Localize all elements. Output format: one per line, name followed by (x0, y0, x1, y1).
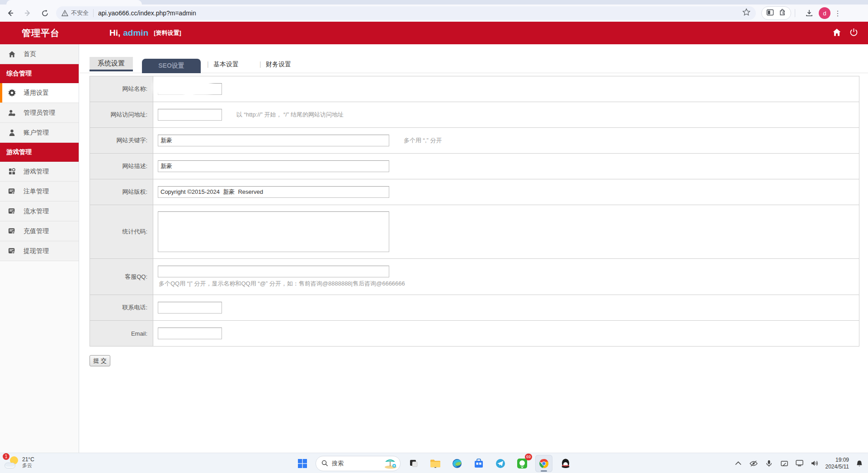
taskbar: 1 21°C 多云 搜索 69 (0, 453, 868, 473)
pen-input-icon[interactable] (779, 460, 789, 467)
sidebar-section-label: 综合管理 (6, 70, 32, 78)
document-icon (0, 228, 24, 234)
form-row-keywords: 网站关键字: 多个用 “,” 分开 (90, 128, 859, 154)
green-messenger-icon[interactable]: 69 (514, 455, 531, 472)
browser-active-tab[interactable] (6, 0, 142, 5)
app-header: 管理平台 Hi,admin [资料设置] (0, 22, 868, 44)
tab-system-settings[interactable]: 系统设置 (90, 57, 133, 71)
clock-date: 2024/5/11 (826, 464, 849, 470)
sidebar-item-home[interactable]: 首页 (0, 44, 79, 64)
field-label: 网站描述: (90, 154, 153, 179)
browser-menu-icon[interactable]: ⋮ (833, 9, 842, 18)
tab-basic-settings[interactable]: 基本设置 (213, 61, 239, 69)
weather-temp: 21°C (22, 457, 34, 463)
extensions-pill (761, 6, 791, 20)
microsoft-store-icon[interactable] (470, 455, 487, 472)
sidebar-item-deposit-management[interactable]: 充值管理 (0, 221, 79, 241)
sidebar-section-game: 游戏管理 (0, 143, 79, 162)
telegram-icon[interactable] (492, 455, 509, 472)
field-hint: 多个用 “,” 分开 (404, 136, 442, 145)
keywords-input[interactable] (158, 135, 389, 146)
tab-finance-settings[interactable]: 财务设置 (266, 61, 291, 69)
volume-icon[interactable] (810, 460, 820, 467)
document-icon (0, 188, 24, 195)
sidebar-item-general-settings[interactable]: 通用设置 (0, 83, 79, 103)
hidden-icons-chevron[interactable] (733, 461, 743, 465)
browser-tabstrip (0, 0, 868, 5)
phone-input[interactable] (158, 302, 222, 314)
field-label: 网站关键字: (90, 128, 153, 153)
extensions-icon[interactable] (778, 9, 786, 18)
profile-avatar[interactable]: d (819, 7, 830, 19)
sidebar-item-turnover-management[interactable]: 流水管理 (0, 201, 79, 221)
site-security-chip[interactable]: 不安全 (61, 9, 94, 17)
weather-widget[interactable]: 1 21°C 多云 (5, 455, 34, 470)
sidebar-item-label: 账户管理 (24, 129, 49, 137)
sidebar-item-label: 管理员管理 (24, 109, 55, 117)
address-bar[interactable]: 不安全 api.yao666.cc/index.php?m=admin (56, 6, 756, 20)
tab-seo-settings[interactable]: SEO设置 (142, 59, 201, 73)
sidebar-item-label: 注单管理 (24, 187, 49, 196)
form-row-copyright: 网站版权: (90, 179, 859, 205)
notification-bell-icon[interactable] (854, 460, 864, 467)
weather-icon: 1 (5, 455, 19, 470)
sidebar-item-withdrawal-management[interactable]: 提现管理 (0, 241, 79, 261)
description-input[interactable] (158, 160, 389, 172)
settings-tabs: 系统设置 SEO设置 | 基本设置 | 财务设置 (80, 57, 868, 73)
sidebar-item-bet-orders[interactable]: 注单管理 (0, 182, 79, 201)
form-row-email: Email: (90, 321, 859, 347)
form-row-site-url: 网站访问地址: 以 “http://” 开始， “/” 结尾的网站访问地址 (90, 102, 859, 128)
field-label: 网站访问地址: (90, 102, 153, 127)
task-view-button[interactable] (405, 455, 422, 472)
file-explorer-icon[interactable] (427, 455, 444, 472)
sidebar: 首页 综合管理 通用设置 管理员管理 账户管理 游戏管理 游戏管理 注单管理 流… (0, 44, 79, 453)
email-input[interactable] (158, 328, 222, 339)
edge-browser-icon[interactable] (448, 455, 466, 472)
security-label: 不安全 (71, 9, 89, 17)
form-row-description: 网站描述: (90, 154, 859, 179)
bookmark-star-icon[interactable] (742, 8, 750, 18)
start-button[interactable] (294, 455, 311, 472)
home-icon[interactable] (832, 28, 841, 38)
settings-form: 网站名称: 网站访问地址: 以 “http://” 开始， “/” 结尾的网站访… (90, 76, 859, 347)
cast-display-icon[interactable] (795, 460, 805, 467)
logout-power-icon[interactable] (849, 28, 858, 38)
sidebar-item-label: 游戏管理 (24, 168, 49, 176)
browser-toolbar: 不安全 api.yao666.cc/index.php?m=admin d ⋮ (0, 5, 868, 22)
submit-button[interactable]: 提 交 (90, 355, 110, 366)
forward-button[interactable] (21, 6, 34, 20)
site-name-input[interactable] (158, 83, 222, 95)
sidebar-item-admin-management[interactable]: 管理员管理 (0, 103, 79, 123)
chrome-icon[interactable] (535, 455, 552, 472)
form-row-site-name: 网站名称: (90, 76, 859, 102)
microphone-icon[interactable] (764, 460, 774, 467)
form-row-analytics-code: 统计代码: (90, 205, 859, 259)
field-label: 网站版权: (90, 179, 153, 205)
sidebar-item-game-management[interactable]: 游戏管理 (0, 162, 79, 182)
url-text[interactable]: api.yao666.cc/index.php?m=admin (98, 9, 742, 17)
warning-icon (61, 10, 68, 16)
sidebar-item-label: 通用设置 (24, 89, 49, 97)
taskbar-clock[interactable]: 19:09 2024/5/11 (826, 457, 849, 470)
site-url-input[interactable] (158, 109, 222, 121)
sidebar-item-label: 充值管理 (24, 227, 49, 235)
analytics-code-textarea[interactable] (158, 211, 389, 252)
reload-button[interactable] (38, 6, 52, 20)
copyright-input[interactable] (158, 186, 389, 198)
sidebar-item-account-management[interactable]: 账户管理 (0, 123, 79, 143)
taskbar-search[interactable]: 搜索 (316, 456, 401, 471)
eye-off-icon[interactable] (749, 460, 759, 467)
qq-icon[interactable] (557, 455, 574, 472)
tab-separator: | (259, 61, 261, 68)
sidebar-item-label: 提现管理 (24, 247, 49, 255)
field-label: 网站名称: (90, 76, 153, 102)
profile-settings-link[interactable]: [资料设置] (154, 29, 181, 37)
back-button[interactable] (4, 6, 17, 20)
toolbar-divider (795, 9, 795, 17)
sidebar-section-general: 综合管理 (0, 64, 79, 83)
download-icon[interactable] (802, 6, 816, 20)
search-icon (321, 460, 328, 467)
service-qq-input[interactable] (158, 266, 389, 277)
side-panel-icon[interactable] (766, 9, 774, 18)
field-label: 统计代码: (90, 205, 153, 258)
